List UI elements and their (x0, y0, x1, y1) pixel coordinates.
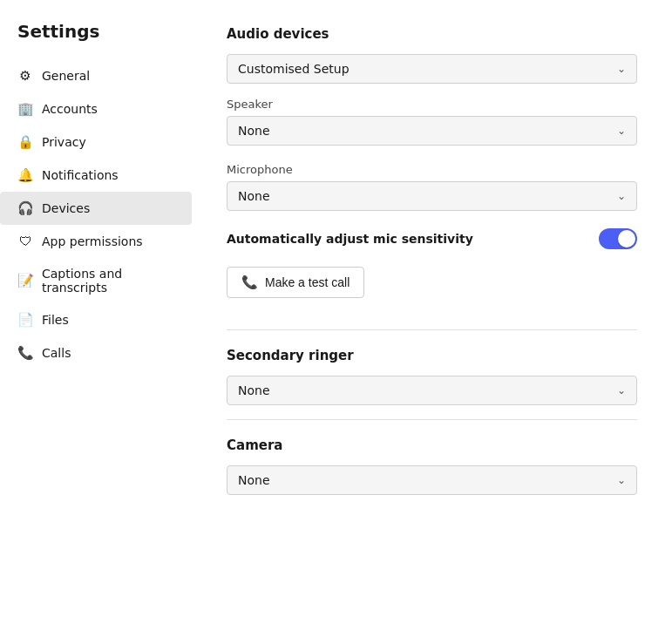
microphone-label: Microphone (227, 163, 637, 176)
sidebar-item-label-app-permissions: App permissions (42, 234, 143, 248)
microphone-dropdown[interactable]: None ⌄ (227, 181, 637, 211)
camera-value: None (238, 473, 270, 487)
secondary-ringer-dropdown[interactable]: None ⌄ (227, 376, 637, 405)
microphone-chevron-icon: ⌄ (617, 190, 626, 202)
camera-heading: Camera (227, 437, 637, 453)
auto-adjust-row: Automatically adjust mic sensitivity (227, 228, 637, 249)
test-call-icon: 📞 (241, 275, 258, 290)
settings-title: Settings (0, 14, 192, 59)
sidebar-item-label-devices: Devices (42, 201, 90, 215)
sidebar-item-label-privacy: Privacy (42, 135, 86, 149)
sidebar-item-label-calls: Calls (42, 346, 71, 360)
auto-adjust-toggle[interactable] (599, 228, 637, 249)
app-container: Settings ⚙ General 🏢 Accounts 🔒 Privacy … (0, 0, 672, 617)
divider-1 (227, 329, 637, 330)
audio-device-value: Customised Setup (238, 62, 350, 76)
divider-2 (227, 419, 637, 420)
main-content: Audio devices Customised Setup ⌄ Speaker… (192, 0, 672, 617)
app-permissions-icon: 🛡 (17, 234, 33, 249)
camera-chevron-icon: ⌄ (617, 474, 626, 486)
sidebar-item-label-general: General (42, 69, 90, 83)
auto-adjust-label: Automatically adjust mic sensitivity (227, 232, 473, 246)
sidebar-item-app-permissions[interactable]: 🛡 App permissions (0, 225, 192, 258)
speaker-value: None (238, 124, 270, 138)
sidebar-item-label-accounts: Accounts (42, 102, 98, 116)
sidebar: Settings ⚙ General 🏢 Accounts 🔒 Privacy … (0, 0, 192, 617)
microphone-value: None (238, 189, 270, 203)
audio-device-dropdown[interactable]: Customised Setup ⌄ (227, 54, 637, 84)
files-icon: 📄 (17, 312, 33, 328)
sidebar-item-privacy[interactable]: 🔒 Privacy (0, 125, 192, 159)
sidebar-item-general[interactable]: ⚙ General (0, 59, 192, 92)
test-call-label: Make a test call (265, 275, 350, 289)
audio-device-chevron-icon: ⌄ (617, 63, 626, 75)
accounts-icon: 🏢 (17, 101, 33, 117)
sidebar-item-label-files: Files (42, 313, 69, 327)
devices-icon: 🎧 (17, 200, 33, 216)
sidebar-item-accounts[interactable]: 🏢 Accounts (0, 92, 192, 125)
speaker-label: Speaker (227, 98, 637, 111)
captions-icon: 📝 (17, 273, 33, 288)
privacy-icon: 🔒 (17, 134, 33, 150)
speaker-chevron-icon: ⌄ (617, 125, 626, 137)
sidebar-item-notifications[interactable]: 🔔 Notifications (0, 159, 192, 192)
audio-devices-heading: Audio devices (227, 26, 637, 42)
notifications-icon: 🔔 (17, 167, 33, 183)
calls-icon: 📞 (17, 345, 33, 361)
sidebar-item-label-notifications: Notifications (42, 168, 119, 182)
sidebar-item-files[interactable]: 📄 Files (0, 303, 192, 336)
sidebar-item-devices[interactable]: 🎧 Devices (0, 192, 192, 225)
make-test-call-button[interactable]: 📞 Make a test call (227, 267, 364, 298)
sidebar-item-calls[interactable]: 📞 Calls (0, 336, 192, 370)
secondary-ringer-value: None (238, 383, 270, 397)
microphone-field-group: Microphone None ⌄ (227, 163, 637, 211)
secondary-ringer-heading: Secondary ringer (227, 348, 637, 363)
sidebar-item-label-captions: Captions and transcripts (42, 267, 174, 295)
secondary-ringer-chevron-icon: ⌄ (617, 384, 626, 397)
speaker-field-group: Speaker None ⌄ (227, 98, 637, 146)
speaker-dropdown[interactable]: None ⌄ (227, 116, 637, 146)
sidebar-item-captions[interactable]: 📝 Captions and transcripts (0, 258, 192, 303)
general-icon: ⚙ (17, 68, 33, 84)
camera-dropdown[interactable]: None ⌄ (227, 465, 637, 495)
